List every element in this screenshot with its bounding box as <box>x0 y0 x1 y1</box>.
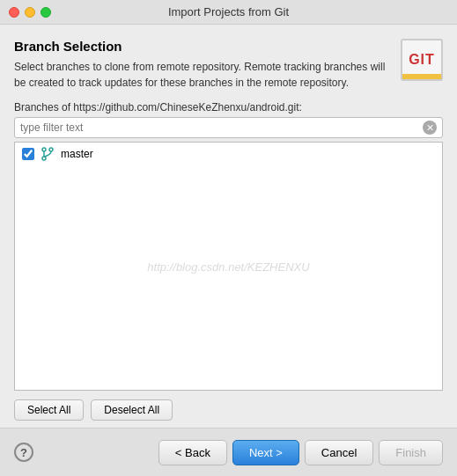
minimize-button[interactable] <box>25 7 35 18</box>
branch-checkbox[interactable] <box>22 148 34 160</box>
back-button[interactable]: < Back <box>158 440 227 465</box>
section-title: Branch Selection <box>14 39 392 54</box>
header-area: Branch Selection Select branches to clon… <box>14 39 443 101</box>
cancel-button[interactable]: Cancel <box>305 440 373 465</box>
git-logo-text: GIT <box>409 52 435 68</box>
branch-icon <box>40 146 55 162</box>
traffic-lights <box>9 7 51 18</box>
filter-input[interactable] <box>20 121 423 134</box>
title-bar: Import Projects from Git <box>0 0 457 25</box>
filter-clear-button[interactable]: ✕ <box>423 121 437 135</box>
description-text: Select branches to clone from remote rep… <box>14 59 392 91</box>
svg-point-2 <box>42 157 46 160</box>
branches-label: Branches of https://github.com/ChineseKe… <box>14 101 443 114</box>
deselect-all-button[interactable]: Deselect All <box>91 399 173 421</box>
nav-buttons: < Back Next > Cancel Finish <box>158 440 443 465</box>
branch-list: master http://blog.csdn.net/KEZHENXU <box>14 142 443 391</box>
git-logo: GIT <box>401 39 443 81</box>
maximize-button[interactable] <box>41 7 51 18</box>
window-title: Import Projects from Git <box>168 5 289 18</box>
bottom-bar: ? < Back Next > Cancel Finish <box>0 428 457 476</box>
watermark-text: http://blog.csdn.net/KEZHENXU <box>147 260 309 273</box>
git-logo-line <box>402 74 441 79</box>
filter-row: ✕ <box>14 117 443 138</box>
svg-point-1 <box>49 148 53 151</box>
close-button[interactable] <box>9 7 19 18</box>
help-button[interactable]: ? <box>14 443 33 462</box>
finish-button[interactable]: Finish <box>379 440 443 465</box>
svg-point-0 <box>42 148 46 151</box>
select-all-button[interactable]: Select All <box>14 399 84 421</box>
list-item: master <box>15 143 442 165</box>
header-text: Branch Selection Select branches to clon… <box>14 39 392 101</box>
select-row: Select All Deselect All <box>14 399 443 421</box>
main-content: Branch Selection Select branches to clon… <box>0 25 457 428</box>
next-button[interactable]: Next > <box>232 440 299 465</box>
branch-name: master <box>61 148 93 160</box>
